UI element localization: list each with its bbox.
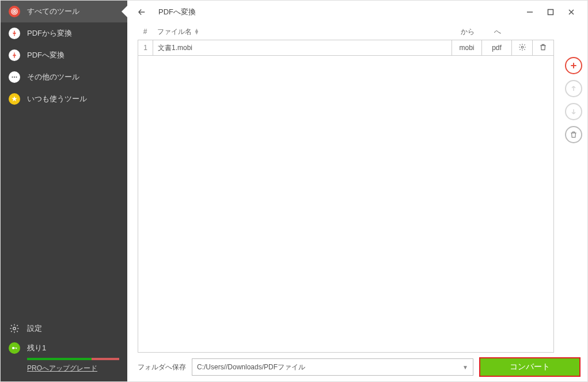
svg-point-7	[16, 77, 17, 78]
svg-point-6	[14, 77, 15, 78]
arrow-down-icon	[9, 28, 20, 39]
svg-point-0	[12, 9, 18, 15]
trash-icon	[539, 43, 547, 53]
row-settings-button[interactable]	[512, 40, 533, 55]
svg-point-14	[521, 46, 523, 48]
sidebar-item-label: PDFから変換	[27, 28, 72, 39]
svg-rect-13	[548, 10, 553, 15]
page-title: PDFへ変換	[158, 7, 196, 17]
move-up-button[interactable]	[565, 80, 582, 97]
move-down-button[interactable]	[565, 103, 582, 120]
arrow-up-icon	[9, 49, 20, 61]
delete-all-button[interactable]	[565, 126, 582, 143]
table-row[interactable]: 1 文書1.mobi mobi pdf	[138, 40, 554, 56]
upgrade-link[interactable]: PROへアップグレード	[1, 362, 127, 379]
sidebar-item-settings[interactable]: 設定	[1, 319, 127, 338]
save-folder-label: フォルダへ保存	[138, 362, 186, 372]
row-name: 文書1.mobi	[153, 40, 452, 55]
sidebar-item-to-pdf[interactable]: PDFへ変換	[1, 44, 127, 66]
row-from: mobi	[452, 40, 482, 55]
table-body	[138, 56, 554, 353]
table-header: # ファイル名 ▲▼ から へ	[138, 24, 554, 40]
svg-point-2	[14, 11, 15, 12]
row-num: 1	[138, 40, 153, 55]
sidebar-item-remaining[interactable]: 残り1	[1, 338, 127, 358]
sidebar-item-label: 残り1	[27, 343, 46, 353]
chevron-down-icon: ▼	[462, 364, 468, 370]
add-file-button[interactable]	[565, 57, 582, 74]
close-button[interactable]	[561, 3, 582, 21]
titlebar: PDFへ変換	[127, 1, 587, 24]
gear-icon	[518, 43, 526, 53]
back-button[interactable]	[133, 3, 150, 21]
svg-point-5	[12, 77, 13, 78]
maximize-button[interactable]	[540, 3, 561, 21]
col-to-header[interactable]: へ	[483, 27, 513, 37]
col-name-header[interactable]: ファイル名 ▲▼	[153, 27, 453, 37]
sidebar-item-label: いつも使うツール	[27, 94, 87, 104]
convert-button[interactable]: コンバート	[479, 357, 581, 377]
svg-point-9	[12, 347, 14, 349]
quota-progress	[27, 358, 119, 360]
row-to: pdf	[482, 40, 512, 55]
svg-point-3	[14, 35, 15, 36]
svg-rect-11	[16, 348, 17, 349]
row-delete-button[interactable]	[533, 40, 553, 55]
footer: フォルダへ保存 C:/Users/ /Downloads/PDFファイル ▼ コ…	[127, 353, 587, 381]
sidebar-item-other-tools[interactable]: その他のツール	[1, 66, 127, 88]
svg-point-1	[13, 10, 16, 13]
sidebar: すべてのツール PDFから変換 PDFへ変換 その他のツール いつも使うツール	[1, 1, 127, 381]
sidebar-item-label: PDFへ変換	[27, 50, 65, 60]
svg-point-4	[14, 53, 15, 54]
sidebar-item-label: すべてのツール	[27, 6, 79, 17]
svg-point-8	[13, 327, 16, 330]
dots-icon	[9, 71, 20, 83]
main: PDFへ変換 # ファイル名 ▲▼ から へ	[127, 1, 587, 381]
gear-icon	[9, 323, 20, 334]
key-icon	[9, 342, 20, 354]
sidebar-item-all-tools[interactable]: すべてのツール	[1, 1, 127, 22]
spiral-icon	[9, 6, 20, 17]
sidebar-item-label: 設定	[27, 323, 42, 334]
sidebar-item-favorites[interactable]: いつも使うツール	[1, 88, 127, 110]
col-from-header[interactable]: から	[453, 27, 483, 37]
sidebar-item-from-pdf[interactable]: PDFから変換	[1, 22, 127, 44]
action-strip	[560, 24, 587, 353]
sort-icon: ▲▼	[194, 29, 199, 35]
star-icon	[9, 93, 20, 105]
minimize-button[interactable]	[519, 3, 540, 21]
sidebar-item-label: その他のツール	[27, 72, 79, 82]
col-num-header[interactable]: #	[138, 28, 153, 36]
save-path-input[interactable]: C:/Users/ /Downloads/PDFファイル ▼	[192, 358, 473, 376]
